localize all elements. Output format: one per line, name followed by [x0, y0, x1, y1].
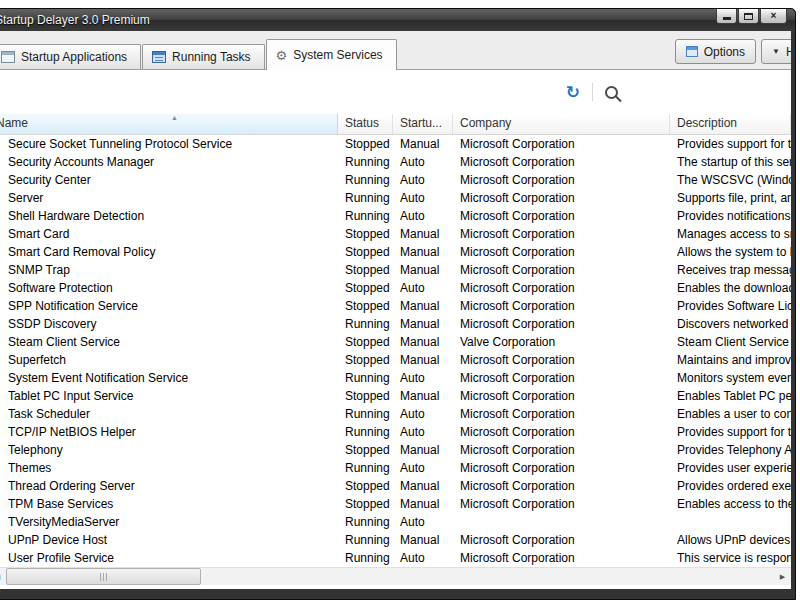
cell-startup-type: Manual [393, 333, 453, 351]
cell-startup-type: Manual [393, 225, 453, 243]
tab-running-tasks[interactable]: Running Tasks [142, 44, 265, 69]
table-row[interactable]: SPP Notification Service Stopped Manual … [0, 297, 791, 315]
options-button[interactable]: Options [675, 39, 756, 64]
table-row[interactable]: Themes Running Auto Microsoft Corporatio… [0, 459, 791, 477]
help-dropdown-button[interactable]: ▼ Help [761, 39, 791, 64]
tab-startup-applications[interactable]: Startup Applications [0, 44, 141, 69]
cell-status: Running [338, 369, 393, 387]
cell-company: Microsoft Corporation [453, 171, 670, 189]
cell-startup-type: Auto [393, 423, 453, 441]
cell-status: Running [338, 549, 393, 567]
window-controls: × [715, 9, 787, 24]
cell-description [670, 513, 791, 531]
table-row[interactable]: Secure Socket Tunneling Protocol Service… [0, 135, 791, 153]
cell-startup-type: Manual [393, 387, 453, 405]
scrollbar-grip-icon [100, 573, 108, 581]
cell-name: UPnP Device Host [0, 531, 338, 549]
column-header-company[interactable]: Company [453, 114, 670, 134]
column-header-startup-type[interactable]: Startu... [393, 114, 453, 134]
minimize-button[interactable] [716, 9, 737, 24]
cell-description: Provides ordered exec [670, 477, 791, 495]
cell-company: Microsoft Corporation [453, 351, 670, 369]
cell-description: Provides notifications f [670, 207, 791, 225]
cell-description: Provides Telephony AP [670, 441, 791, 459]
tab-system-services[interactable]: ⚙ System Services [266, 39, 397, 70]
scrollbar-track[interactable] [201, 568, 774, 585]
cell-status: Running [338, 153, 393, 171]
column-header-description[interactable]: Description [670, 114, 791, 134]
column-header-name[interactable]: Name ▲ [0, 114, 338, 134]
cell-startup-type: Manual [393, 261, 453, 279]
table-row[interactable]: Superfetch Stopped Manual Microsoft Corp… [0, 351, 791, 369]
cell-company: Microsoft Corporation [453, 549, 670, 567]
cell-company: Microsoft Corporation [453, 225, 670, 243]
cell-description: This service is responsib [670, 549, 791, 567]
table-row[interactable]: Telephony Stopped Manual Microsoft Corpo… [0, 441, 791, 459]
table-row[interactable]: Steam Client Service Stopped Manual Valv… [0, 333, 791, 351]
table-row[interactable]: Task Scheduler Running Auto Microsoft Co… [0, 405, 791, 423]
table-row[interactable]: System Event Notification Service Runnin… [0, 369, 791, 387]
cell-name: Secure Socket Tunneling Protocol Service [0, 135, 338, 153]
cell-startup-type: Manual [393, 495, 453, 513]
cell-company: Microsoft Corporation [453, 315, 670, 333]
horizontal-scrollbar[interactable]: ◀ ▶ [0, 567, 791, 585]
cell-name: Security Accounts Manager [0, 153, 338, 171]
column-header-status[interactable]: Status [338, 114, 393, 134]
table-row[interactable]: Tablet PC Input Service Stopped Manual M… [0, 387, 791, 405]
cell-startup-type: Manual [393, 477, 453, 495]
table-row[interactable]: Server Running Auto Microsoft Corporatio… [0, 189, 791, 207]
table-row[interactable]: SSDP Discovery Running Manual Microsoft … [0, 315, 791, 333]
cell-description: Discovers networked d [670, 315, 791, 333]
cell-name: Security Center [0, 171, 338, 189]
cell-startup-type: Manual [393, 315, 453, 333]
table-row[interactable]: Shell Hardware Detection Running Auto Mi… [0, 207, 791, 225]
scrollbar-thumb[interactable] [6, 568, 201, 585]
cell-company: Microsoft Corporation [453, 279, 670, 297]
system-services-panel: ↻ Name ▲ Status Startu... Company Descri… [0, 69, 791, 589]
cell-startup-type: Manual [393, 135, 453, 153]
cell-startup-type: Manual [393, 297, 453, 315]
system-services-gear-icon: ⚙ [276, 49, 288, 62]
table-row[interactable]: TPM Base Services Stopped Manual Microso… [0, 495, 791, 513]
refresh-button[interactable]: ↻ [566, 84, 580, 101]
table-body: Secure Socket Tunneling Protocol Service… [0, 135, 791, 567]
maximize-icon [744, 13, 753, 20]
table-row[interactable]: TCP/IP NetBIOS Helper Running Auto Micro… [0, 423, 791, 441]
cell-status: Running [338, 459, 393, 477]
cell-description: Enables access to the T [670, 495, 791, 513]
cell-name: Shell Hardware Detection [0, 207, 338, 225]
scroll-right-button[interactable]: ▶ [774, 568, 791, 585]
cell-status: Stopped [338, 387, 393, 405]
cell-status: Stopped [338, 441, 393, 459]
tab-label: Running Tasks [172, 50, 251, 64]
table-row[interactable]: Thread Ordering Server Stopped Manual Mi… [0, 477, 791, 495]
table-row[interactable]: Security Center Running Auto Microsoft C… [0, 171, 791, 189]
table-row[interactable]: TVersityMediaServer Running Auto [0, 513, 791, 531]
titlebar[interactable]: Startup Delayer 3.0 Premium × [0, 9, 795, 31]
cell-company: Microsoft Corporation [453, 243, 670, 261]
cell-name: Task Scheduler [0, 405, 338, 423]
cell-status: Running [338, 315, 393, 333]
cell-name: TPM Base Services [0, 495, 338, 513]
search-button[interactable] [605, 86, 618, 99]
tab-strip: Startup Applications Running Tasks ⚙ Sys… [0, 31, 791, 69]
table-row[interactable]: Smart Card Stopped Manual Microsoft Corp… [0, 225, 791, 243]
cell-name: Smart Card [0, 225, 338, 243]
cell-description: Provides support for th [670, 423, 791, 441]
table-row[interactable]: UPnP Device Host Running Manual Microsof… [0, 531, 791, 549]
table-row[interactable]: Smart Card Removal Policy Stopped Manual… [0, 243, 791, 261]
table-row[interactable]: Security Accounts Manager Running Auto M… [0, 153, 791, 171]
cell-name: Software Protection [0, 279, 338, 297]
cell-startup-type: Manual [393, 531, 453, 549]
cell-name: Smart Card Removal Policy [0, 243, 338, 261]
close-button[interactable]: × [760, 9, 787, 24]
table-header-row: Name ▲ Status Startu... Company Descript… [0, 114, 791, 135]
maximize-button[interactable] [738, 9, 759, 24]
cell-status: Stopped [338, 477, 393, 495]
table-row[interactable]: User Profile Service Running Auto Micros… [0, 549, 791, 567]
table-row[interactable]: Software Protection Stopped Auto Microso… [0, 279, 791, 297]
cell-description: Supports file, print, and [670, 189, 791, 207]
cell-description: Provides Software Licen [670, 297, 791, 315]
cell-name: Thread Ordering Server [0, 477, 338, 495]
table-row[interactable]: SNMP Trap Stopped Manual Microsoft Corpo… [0, 261, 791, 279]
